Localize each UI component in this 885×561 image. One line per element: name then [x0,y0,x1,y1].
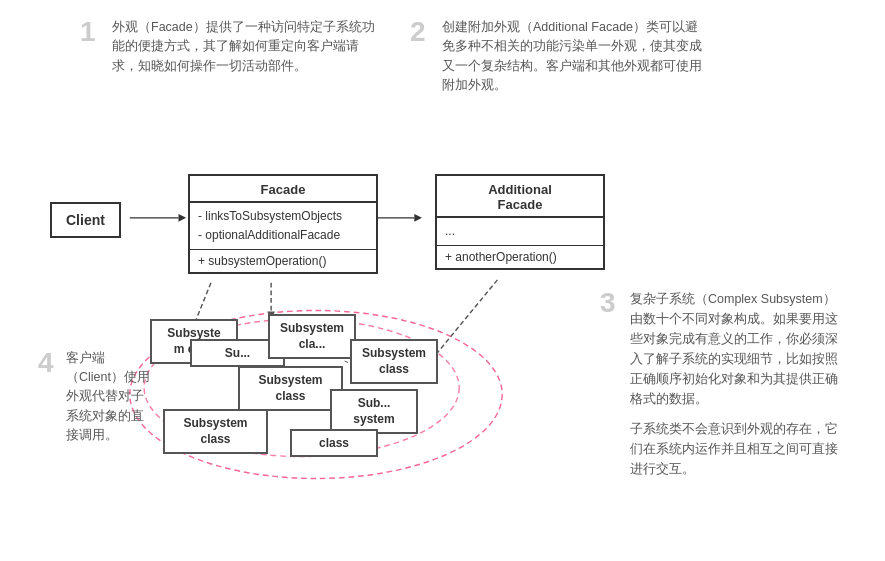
sub5-line1: Subsystem [183,416,247,430]
annotation-1: 1 外观（Facade）提供了一种访问特定子系统功能的便捷方式，其了解如何重定向… [80,18,380,96]
additional-facade-method1: + anotherOperation() [445,250,595,264]
sub7-line1: Sub... [358,396,391,410]
annotation-3: 3 复杂子系统（Complex Subsystem）由数十个不同对象构成。如果要… [600,289,845,479]
sub1-line1: Subsyste [167,326,220,340]
client-box: Client [50,202,121,238]
sub4-line1: Subsystem [258,373,322,387]
annotation-3-p1: 复杂子系统（Complex Subsystem）由数十个不同对象构成。如果要用这… [630,289,845,409]
svg-marker-5 [414,214,422,222]
annotation-3-number: 3 [600,289,622,479]
annotation-1-text: 外观（Facade）提供了一种访问特定子系统功能的便捷方式，其了解如何重定向客户… [112,18,380,96]
additional-facade-attr1: ... [445,222,595,241]
subsystem-box-7: Sub... system [330,389,418,435]
subsystem-box-5: Subsystem class [163,409,268,455]
sub4-line2: class [275,389,305,403]
client-label: Client [66,212,105,228]
annotation-4-text: 客户端（Client）使用外观代替对子系统对象的直接调用。 [66,349,153,446]
sub6-line1: Subsystem [362,346,426,360]
annotation-1-number: 1 [80,18,102,96]
annotation-2: 2 创建附加外观（Additional Facade）类可以避免多种不相关的功能… [410,18,710,96]
facade-title: Facade [190,176,376,203]
facade-attrs: - linksToSubsystemObjects - optionalAddi… [190,203,376,250]
additional-facade-attrs: ... [437,218,603,246]
sub6-line2: class [379,362,409,376]
additional-facade-methods: + anotherOperation() [437,246,603,268]
facade-attr2: - optionalAdditionalFacade [198,226,368,245]
annotation-3-text: 复杂子系统（Complex Subsystem）由数十个不同对象构成。如果要用这… [630,289,845,479]
annotation-3-p2: 子系统类不会意识到外观的存在，它们在系统内运作并且相互之间可直接进行交互。 [630,419,845,479]
facade-attr1: - linksToSubsystemObjects [198,207,368,226]
sub3-line2: cla... [299,337,326,351]
sub2-line1: Su... [225,346,250,360]
subsystem-box-8: class [290,429,378,458]
diagram-area: Client Facade - linksToSubsystemObjects … [20,114,865,484]
additional-facade-title: Additional Facade [437,176,603,218]
subsystem-box-4: Subsystem class [238,366,343,412]
additional-facade-title2: Facade [498,197,543,212]
sub3-line1: Subsystem [280,321,344,335]
svg-marker-3 [178,214,186,222]
sub5-line2: class [200,432,230,446]
annotation-2-number: 2 [410,18,432,96]
annotation-2-text: 创建附加外观（Additional Facade）类可以避免多种不相关的功能污染… [442,18,710,96]
sub8-line1: class [319,436,349,450]
additional-facade-title1: Additional [488,182,552,197]
annotation-4: 4 客户端（Client）使用外观代替对子系统对象的直接调用。 [38,349,153,446]
subsystem-box-6: Subsystem class [350,339,438,385]
annotation-4-number: 4 [38,349,60,446]
facade-box: Facade - linksToSubsystemObjects - optio… [188,174,378,274]
sub7-line2: system [353,412,394,426]
additional-facade-box: Additional Facade ... + anotherOperation… [435,174,605,270]
facade-methods: + subsystemOperation() [190,250,376,272]
svg-line-8 [431,279,498,360]
subsystem-box-3: Subsystem cla... [268,314,356,360]
top-annotations: 1 外观（Facade）提供了一种访问特定子系统功能的便捷方式，其了解如何重定向… [20,18,865,96]
annotation-3-wrapper: 3 复杂子系统（Complex Subsystem）由数十个不同对象构成。如果要… [600,289,845,479]
facade-method1: + subsystemOperation() [198,254,368,268]
